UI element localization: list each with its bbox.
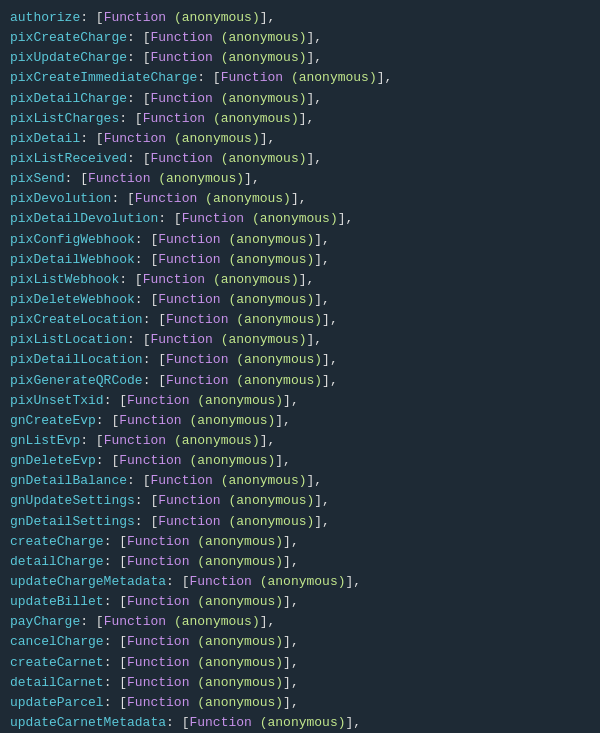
space <box>244 211 252 226</box>
function-anonymous: (anonymous) <box>228 493 314 508</box>
function-keyword: Function <box>88 171 150 186</box>
bracket-close: ], <box>283 675 299 690</box>
function-keyword: Function <box>104 131 166 146</box>
code-line: detailCharge: [Function (anonymous)], <box>10 552 590 572</box>
colon-separator: : <box>135 232 151 247</box>
code-line: pixCreateCharge: [Function (anonymous)], <box>10 28 590 48</box>
space <box>166 433 174 448</box>
property-key: createCarnet <box>10 655 104 670</box>
colon-separator: : <box>127 50 143 65</box>
code-line: gnDetailBalance: [Function (anonymous)], <box>10 471 590 491</box>
bracket-close: ], <box>307 151 323 166</box>
colon-separator: : <box>135 493 151 508</box>
space <box>213 473 221 488</box>
function-anonymous: (anonymous) <box>236 312 322 327</box>
code-line: pixDetailLocation: [Function (anonymous)… <box>10 350 590 370</box>
function-keyword: Function <box>143 111 205 126</box>
space <box>166 131 174 146</box>
bracket-close: ], <box>346 574 362 589</box>
bracket-close: ], <box>322 373 338 388</box>
function-anonymous: (anonymous) <box>252 211 338 226</box>
function-anonymous: (anonymous) <box>189 413 275 428</box>
function-anonymous: (anonymous) <box>221 30 307 45</box>
colon-separator: : <box>80 433 96 448</box>
property-key: gnDetailBalance <box>10 473 127 488</box>
code-line: pixDevolution: [Function (anonymous)], <box>10 189 590 209</box>
bracket-close: ], <box>299 272 315 287</box>
colon-separator: : <box>127 30 143 45</box>
property-key: gnUpdateSettings <box>10 493 135 508</box>
code-line: pixCreateLocation: [Function (anonymous)… <box>10 310 590 330</box>
function-anonymous: (anonymous) <box>197 393 283 408</box>
bracket-close: ], <box>377 70 393 85</box>
colon-separator: : <box>80 614 96 629</box>
property-key: pixListCharges <box>10 111 119 126</box>
function-anonymous: (anonymous) <box>236 373 322 388</box>
colon-separator: : <box>65 171 81 186</box>
function-anonymous: (anonymous) <box>158 171 244 186</box>
function-keyword: Function <box>127 534 189 549</box>
property-key: pixDetail <box>10 131 80 146</box>
property-key: pixGenerateQRCode <box>10 373 143 388</box>
property-key: pixDetailDevolution <box>10 211 158 226</box>
function-anonymous: (anonymous) <box>174 433 260 448</box>
code-output: authorize: [Function (anonymous)],pixCre… <box>10 8 590 733</box>
bracket-open: [ <box>135 272 143 287</box>
property-key: pixCreateLocation <box>10 312 143 327</box>
property-key: detailCarnet <box>10 675 104 690</box>
function-anonymous: (anonymous) <box>221 151 307 166</box>
property-key: pixUnsetTxid <box>10 393 104 408</box>
code-line: cancelCharge: [Function (anonymous)], <box>10 632 590 652</box>
bracket-open: [ <box>119 634 127 649</box>
code-line: gnDetailSettings: [Function (anonymous)]… <box>10 512 590 532</box>
space <box>205 111 213 126</box>
colon-separator: : <box>135 292 151 307</box>
colon-separator: : <box>104 594 120 609</box>
space <box>213 332 221 347</box>
colon-separator: : <box>119 111 135 126</box>
code-line: pixConfigWebhook: [Function (anonymous)]… <box>10 230 590 250</box>
bracket-close: ], <box>283 393 299 408</box>
function-anonymous: (anonymous) <box>221 91 307 106</box>
bracket-close: ], <box>307 30 323 45</box>
function-keyword: Function <box>127 655 189 670</box>
colon-separator: : <box>80 10 96 25</box>
function-keyword: Function <box>135 191 197 206</box>
bracket-open: [ <box>96 10 104 25</box>
colon-separator: : <box>143 352 159 367</box>
bracket-open: [ <box>119 675 127 690</box>
space <box>205 272 213 287</box>
colon-separator: : <box>127 91 143 106</box>
bracket-close: ], <box>307 91 323 106</box>
property-key: gnDetailSettings <box>10 514 135 529</box>
bracket-close: ], <box>283 534 299 549</box>
function-keyword: Function <box>150 50 212 65</box>
bracket-open: [ <box>96 433 104 448</box>
code-line: pixUnsetTxid: [Function (anonymous)], <box>10 391 590 411</box>
function-keyword: Function <box>158 292 220 307</box>
bracket-close: ], <box>314 493 330 508</box>
colon-separator: : <box>127 332 143 347</box>
property-key: pixConfigWebhook <box>10 232 135 247</box>
property-key: pixDevolution <box>10 191 111 206</box>
colon-separator: : <box>135 514 151 529</box>
function-anonymous: (anonymous) <box>228 232 314 247</box>
function-anonymous: (anonymous) <box>260 574 346 589</box>
bracket-open: [ <box>80 171 88 186</box>
property-key: gnDeleteEvp <box>10 453 96 468</box>
bracket-close: ], <box>283 554 299 569</box>
property-key: pixListLocation <box>10 332 127 347</box>
bracket-close: ], <box>314 232 330 247</box>
bracket-open: [ <box>158 312 166 327</box>
code-line: pixDetail: [Function (anonymous)], <box>10 129 590 149</box>
colon-separator: : <box>119 272 135 287</box>
function-anonymous: (anonymous) <box>221 473 307 488</box>
function-keyword: Function <box>221 70 283 85</box>
bracket-close: ], <box>283 594 299 609</box>
colon-separator: : <box>135 252 151 267</box>
function-anonymous: (anonymous) <box>189 453 275 468</box>
function-anonymous: (anonymous) <box>221 50 307 65</box>
code-line: pixCreateImmediateCharge: [Function (ano… <box>10 68 590 88</box>
property-key: payCharge <box>10 614 80 629</box>
colon-separator: : <box>143 312 159 327</box>
